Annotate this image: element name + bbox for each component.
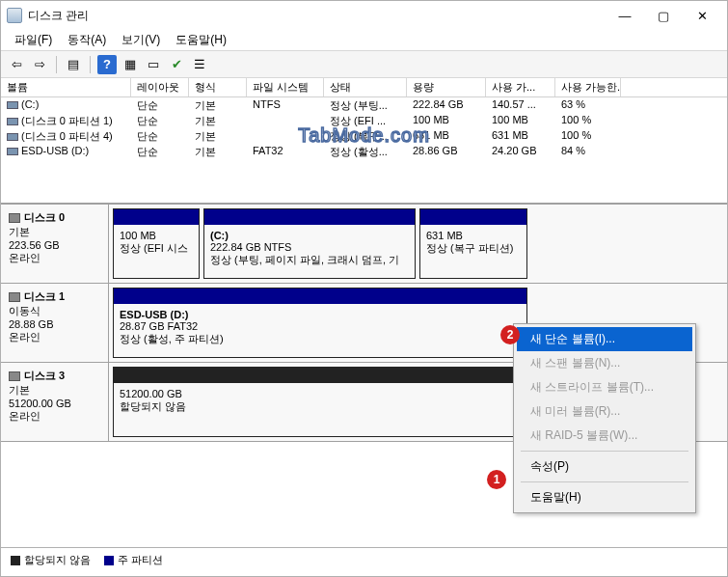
disk-row: 디스크 0기본223.56 GB온라인100 MB정상 (EFI 시스(C:)2… [1,205,727,284]
partition[interactable]: (C:)222.84 GB NTFS정상 (부팅, 페이지 파일, 크래시 덤프… [203,208,416,279]
partition[interactable]: 100 MB정상 (EFI 시스 [113,208,200,279]
disk-info: 디스크 1이동식28.88 GB온라인 [1,284,109,362]
col-layout[interactable]: 레이아웃 [131,78,189,96]
partition[interactable]: 631 MB정상 (복구 파티션) [419,208,527,279]
col-percent[interactable]: 사용 가능한... [555,78,621,96]
context-menu-item: 새 스트라이프 볼륨(T)... [517,375,692,399]
volume-row[interactable]: (디스크 0 파티션 1)단순기본정상 (EFI ...100 MB100 MB… [1,113,727,128]
partition[interactable]: ESD-USB (D:)28.87 GB FAT32정상 (활성, 주 파티션) [113,288,527,358]
split-icon[interactable]: ▤ [64,55,83,74]
context-menu-item: 새 RAID-5 볼륨(W)... [517,424,692,448]
context-menu: 새 단순 볼륨(I)...새 스팬 볼륨(N)...새 스트라이프 볼륨(T).… [513,323,696,513]
context-menu-item: 새 스팬 볼륨(N)... [517,351,692,375]
menu-help[interactable]: 도움말(H) [168,30,234,50]
disk-icon[interactable]: ▭ [144,55,163,74]
separator [90,56,91,73]
context-menu-item[interactable]: 도움말(H) [517,485,692,509]
column-headers: 볼륨 레이아웃 형식 파일 시스템 상태 용량 사용 가... 사용 가능한..… [1,78,727,97]
col-volume[interactable]: 볼륨 [1,78,131,96]
partition[interactable]: 51200.00 GB할당되지 않음 [113,367,527,437]
volume-row[interactable]: ESD-USB (D:)단순기본FAT32정상 (활성...28.86 GB24… [1,144,727,159]
col-capacity[interactable]: 용량 [407,78,486,96]
maximize-button[interactable]: ▢ [644,3,683,28]
forward-button[interactable]: ⇨ [30,55,49,74]
check-icon[interactable]: ✔ [167,55,186,74]
volume-list: 볼륨 레이아웃 형식 파일 시스템 상태 용량 사용 가... 사용 가능한..… [1,78,727,204]
col-fs[interactable]: 파일 시스템 [247,78,324,96]
help-icon[interactable]: ? [97,55,117,74]
legend-primary: 주 파티션 [104,553,163,567]
legend-unalloc: 할당되지 않음 [11,553,91,567]
volume-row[interactable]: (디스크 0 파티션 4)단순기본정상 (복구...631 MB631 MB10… [1,128,727,144]
badge-1: 1 [487,470,506,489]
menu-action[interactable]: 동작(A) [60,30,114,50]
close-button[interactable]: ✕ [683,3,721,28]
separator [56,56,57,73]
context-menu-item[interactable]: 속성(P) [517,454,692,479]
minimize-button[interactable]: — [606,3,644,28]
disk-info: 디스크 3기본51200.00 GB온라인 [1,363,109,441]
context-menu-item[interactable]: 새 단순 볼륨(I)... [517,327,692,351]
list-icon[interactable]: ☰ [190,55,209,74]
menu-file[interactable]: 파일(F) [7,30,60,50]
toolbar: ⇦ ⇨ ▤ ? ▦ ▭ ✔ ☰ [1,51,727,78]
col-status[interactable]: 상태 [324,78,407,96]
menu-view[interactable]: 보기(V) [114,30,168,50]
badge-2: 2 [500,325,520,344]
disk-info: 디스크 0기본223.56 GB온라인 [1,205,109,283]
title-bar: 디스크 관리 — ▢ ✕ [1,1,727,30]
menu-bar: 파일(F) 동작(A) 보기(V) 도움말(H) [1,30,727,51]
window-title: 디스크 관리 [28,8,606,24]
app-icon [7,8,22,23]
table-view-icon[interactable]: ▦ [121,55,140,74]
volume-row[interactable]: (C:)단순기본NTFS정상 (부팅...222.84 GB140.57 ...… [1,97,727,113]
col-avail[interactable]: 사용 가... [486,78,555,96]
col-type[interactable]: 형식 [189,78,247,96]
legend: 할당되지 않음 주 파티션 [1,547,727,572]
back-button[interactable]: ⇦ [7,55,26,74]
context-menu-item: 새 미러 볼륨(R)... [517,399,692,424]
